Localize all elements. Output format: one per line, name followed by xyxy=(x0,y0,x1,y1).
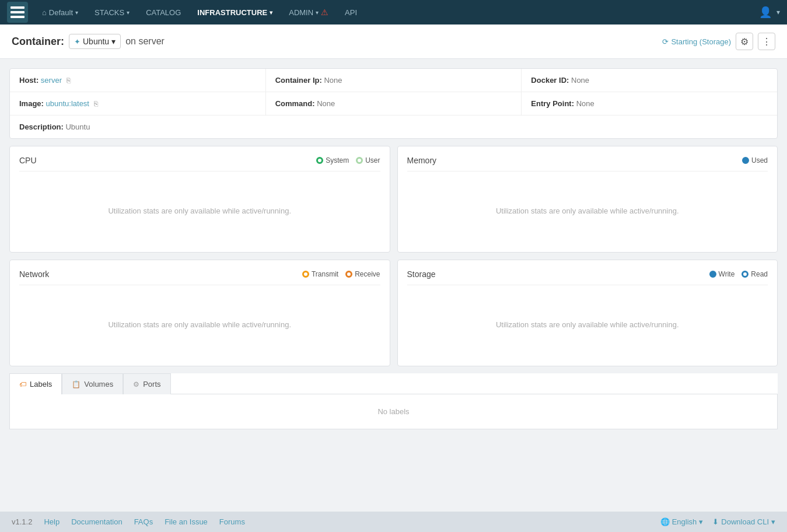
tab-labels-label: Labels xyxy=(30,380,52,388)
tab-ports[interactable]: ⚙ Ports xyxy=(123,373,170,394)
tab-labels[interactable]: 🏷 Labels xyxy=(9,373,62,394)
spinning-icon: ✦ xyxy=(74,37,81,46)
memory-chart-title: Memory xyxy=(407,156,437,165)
receive-label: Receive xyxy=(355,270,380,278)
container-name-dropdown[interactable]: ✦ Ubuntu ▾ xyxy=(69,34,121,49)
network-receive-legend: Receive xyxy=(345,270,380,278)
nav-item-infrastructure[interactable]: INFRASTRUCTURE ▾ xyxy=(190,0,279,24)
nav-item-stacks[interactable]: STACKS ▾ xyxy=(88,0,137,24)
tabs-section: 🏷 Labels 📋 Volumes ⚙ Ports No labels xyxy=(9,373,778,429)
cpu-chart-title: CPU xyxy=(19,156,37,165)
cpu-chart: CPU System User Utilization stats are on… xyxy=(9,146,390,253)
chevron-down-icon: ▾ xyxy=(75,9,78,16)
ellipsis-icon: ⋮ xyxy=(762,36,771,47)
storage-chart-title: Storage xyxy=(407,270,436,279)
container-name: Ubuntu xyxy=(83,37,109,46)
memory-chart: Memory Used Utilization stats are only a… xyxy=(397,146,778,253)
tab-ports-label: Ports xyxy=(143,380,160,388)
page-header: Container: ✦ Ubuntu ▾ on server ⟳ Starti… xyxy=(0,24,787,59)
memory-chart-empty: Utilization stats are only available whi… xyxy=(407,178,768,243)
tab-volumes-label: Volumes xyxy=(84,380,113,388)
read-label: Read xyxy=(751,270,768,278)
cpu-chart-header: CPU System User xyxy=(19,156,380,172)
memory-chart-header: Memory Used xyxy=(407,156,768,172)
storage-read-legend: Read xyxy=(741,270,768,278)
description-cell: Description: Ubuntu xyxy=(10,116,777,138)
memory-legend: Used xyxy=(742,156,768,164)
command-cell: Command: None xyxy=(266,92,522,115)
transmit-dot xyxy=(302,271,309,278)
docker-id-cell: Docker ID: None xyxy=(522,69,777,92)
page-title-area: Container: ✦ Ubuntu ▾ on server xyxy=(12,34,165,49)
tab-volumes[interactable]: 📋 Volumes xyxy=(62,373,123,394)
storage-legend: Write Read xyxy=(709,270,768,278)
command-value: None xyxy=(317,99,335,108)
host-cell: Host: server ⎘ xyxy=(10,69,266,92)
docker-id-value: None xyxy=(571,76,589,85)
nav-item-default[interactable]: ⌂ Default ▾ xyxy=(35,0,85,24)
network-chart-header: Network Transmit Receive xyxy=(19,270,380,285)
image-value[interactable]: ubuntu:latest xyxy=(46,99,89,108)
receive-dot xyxy=(345,271,352,278)
network-chart-title: Network xyxy=(19,270,49,279)
nav-item-api[interactable]: API xyxy=(338,0,364,24)
volumes-tab-icon: 📋 xyxy=(72,380,81,388)
info-row-1: Host: server ⎘ Container Ip: None Docker… xyxy=(10,69,777,92)
dropdown-chevron-icon: ▾ xyxy=(111,37,116,46)
cpu-system-legend: System xyxy=(316,156,349,164)
user-label: User xyxy=(365,156,380,164)
tabs-content: No labels xyxy=(9,394,778,429)
entry-point-value: None xyxy=(576,99,594,108)
svg-rect-2 xyxy=(11,16,25,18)
cpu-user-legend: User xyxy=(356,156,380,164)
status-spin-icon: ⟳ xyxy=(662,37,669,46)
on-server-text: on server xyxy=(125,36,165,47)
app-logo xyxy=(7,2,28,23)
chevron-down-icon: ▾ xyxy=(127,9,130,16)
write-dot xyxy=(709,271,716,278)
image-cell: Image: ubuntu:latest ⎘ xyxy=(10,92,266,115)
cpu-legend: System User xyxy=(316,156,380,164)
storage-write-legend: Write xyxy=(709,270,735,278)
storage-chart-header: Storage Write Read xyxy=(407,270,768,285)
container-ip-value: None xyxy=(324,76,342,85)
nav-right-area: 👤 ▾ xyxy=(759,6,780,19)
used-dot xyxy=(742,157,749,164)
charts-grid: CPU System User Utilization stats are on… xyxy=(9,146,778,366)
svg-rect-0 xyxy=(11,6,25,9)
user-dot xyxy=(356,157,363,164)
top-navigation: ⌂ Default ▾ STACKS ▾ CATALOG INFRASTRUCT… xyxy=(0,0,787,24)
nav-item-catalog[interactable]: CATALOG xyxy=(139,0,188,24)
memory-used-legend: Used xyxy=(742,156,768,164)
storage-chart-empty: Utilization stats are only available whi… xyxy=(407,292,768,356)
settings-button[interactable]: ⚙ xyxy=(736,33,753,50)
chevron-down-icon: ▾ xyxy=(316,9,319,16)
cpu-chart-empty: Utilization stats are only available whi… xyxy=(19,178,380,243)
network-chart-empty: Utilization stats are only available whi… xyxy=(19,292,380,356)
network-transmit-legend: Transmit xyxy=(302,270,338,278)
home-icon: ⌂ xyxy=(42,8,47,17)
copy-icon[interactable]: ⎘ xyxy=(67,76,71,85)
page-header-actions: ⟳ Starting (Storage) ⚙ ⋮ xyxy=(662,33,775,50)
description-value: Ubuntu xyxy=(65,123,90,131)
labels-tab-icon: 🏷 xyxy=(19,380,26,388)
network-chart: Network Transmit Receive Utilization sta… xyxy=(9,260,390,366)
read-dot xyxy=(741,271,748,278)
entry-point-cell: Entry Point: None xyxy=(522,92,777,115)
logo-icon xyxy=(11,6,25,18)
host-link[interactable]: server xyxy=(41,76,62,85)
nav-item-admin[interactable]: ADMIN ▾ ⚠ xyxy=(282,0,335,24)
ports-tab-icon: ⚙ xyxy=(133,380,139,388)
info-row-3: Description: Ubuntu xyxy=(10,116,777,138)
copy-icon-2[interactable]: ⎘ xyxy=(94,100,98,108)
user-icon[interactable]: 👤 xyxy=(759,6,772,19)
tabs-header: 🏷 Labels 📋 Volumes ⚙ Ports xyxy=(9,373,778,394)
status-text: Starting (Storage) xyxy=(671,37,731,46)
status-badge: ⟳ Starting (Storage) xyxy=(662,37,731,46)
chevron-down-icon: ▾ xyxy=(270,9,272,16)
user-chevron-icon[interactable]: ▾ xyxy=(776,8,780,16)
container-ip-cell: Container Ip: None xyxy=(266,69,522,92)
more-options-button[interactable]: ⋮ xyxy=(758,33,775,50)
no-labels-text: No labels xyxy=(377,407,409,416)
svg-rect-1 xyxy=(11,11,25,13)
